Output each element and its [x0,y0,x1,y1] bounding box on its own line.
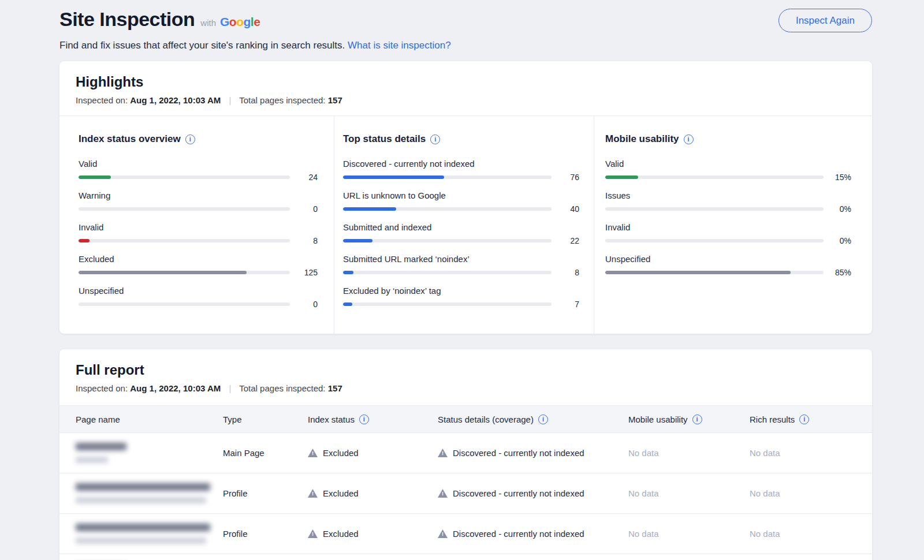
index-status-cell: !Excluded [308,488,438,498]
index-status-overview-column: Index status overview i Valid 24 Warning… [59,116,334,334]
status-details-text: Discovered - currently not indexed [453,488,584,498]
inspected-on-label: Inspected on: [76,383,128,393]
index-status-cell: !Excluded [308,529,438,539]
redacted-title [76,443,126,450]
google-letter: o [236,15,243,28]
progress-track [79,207,290,211]
table-row[interactable]: Profile !Excluded !Discovered - currentl… [59,473,872,514]
metric-value: 40 [552,204,579,214]
metric-value: 125 [290,268,318,277]
index-status-text: Excluded [323,488,359,498]
progress-track [343,176,552,179]
metric-label: Invalid [605,222,851,232]
column-header-label: Mobile usability [628,415,688,424]
column-title: Top status details [343,133,426,145]
metric-value: 0% [824,236,851,245]
total-pages-label: Total pages inspected: [239,95,325,105]
progress-fill [343,239,372,242]
metric-value: 76 [552,173,579,182]
info-icon[interactable]: i [538,415,548,424]
subtitle-text: Find and fix issues that affect your sit… [59,40,345,51]
metric-excluded-noindex-tag: Excluded by ‘noindex’ tag 7 [343,286,579,309]
status-details-text: Discovered - currently not indexed [453,448,584,458]
warning-icon: ! [438,449,448,457]
progress-fill [79,176,111,179]
info-icon[interactable]: i [684,135,694,144]
table-row[interactable]: Profile !Excluded !Discovered - currentl… [59,514,872,554]
metric-invalid: Invalid 8 [79,222,318,245]
full-report-header: Full report Inspected on: Aug 1, 2022, 1… [59,349,872,405]
metric-label: Issues [605,191,851,200]
highlights-title: Highlights [76,74,856,90]
metric-submitted-indexed: Submitted and indexed 22 [343,222,579,245]
progress-fill [605,176,638,179]
metric-label: Discovered - currently not indexed [343,159,579,169]
column-header-type: Type [223,415,308,424]
meta-separator: | [229,383,231,393]
metric-value: 0% [824,204,851,214]
metric-label: Valid [605,159,851,169]
info-icon[interactable]: i [799,415,809,424]
metric-value: 0 [290,204,318,214]
metric-value: 24 [290,173,318,182]
full-report-title: Full report [76,362,856,378]
progress-track [605,239,824,242]
info-icon[interactable]: i [185,135,195,144]
page-name-redacted [76,483,223,503]
status-details-cell: !Discovered - currently not indexed [438,488,628,498]
total-pages-value: 157 [328,95,342,105]
metric-mobile-invalid: Invalid 0% [605,222,851,245]
metric-label: Invalid [79,222,318,232]
google-letter: o [229,15,236,28]
inspected-on-value: Aug 1, 2022, 10:03 AM [130,383,221,393]
inspect-again-button[interactable]: Inspect Again [778,9,872,32]
rich-results-cell: No data [750,448,872,458]
metric-submitted-noindex: Submitted URL marked ‘noindex’ 8 [343,254,579,277]
info-icon[interactable]: i [430,135,440,144]
metric-mobile-issues: Issues 0% [605,191,851,214]
info-icon[interactable]: i [359,415,369,424]
progress-track [605,207,824,211]
highlights-meta: Inspected on: Aug 1, 2022, 10:03 AM | To… [76,95,856,105]
progress-track [343,271,552,274]
status-details-text: Discovered - currently not indexed [453,529,584,539]
column-title: Mobile usability [605,133,679,145]
redacted-url [76,457,108,463]
metric-label: Unspecified [605,254,851,264]
metric-label: Warning [79,191,318,200]
inspected-on-value: Aug 1, 2022, 10:03 AM [130,95,221,105]
metric-label: URL is unknown to Google [343,191,579,200]
metric-value: 0 [290,300,318,309]
column-header-page-name: Page name [76,415,223,424]
metric-value: 8 [290,236,318,245]
redacted-title [76,483,210,491]
metric-label: Submitted and indexed [343,222,579,232]
with-label: with [200,18,216,28]
column-header-label: Status details (coverage) [438,415,534,424]
progress-fill [343,303,352,306]
mobile-usability-cell: No data [628,488,750,498]
progress-track [605,176,824,179]
column-title-row: Top status details i [343,133,579,145]
what-is-site-inspection-link[interactable]: What is site inspection? [348,40,451,51]
metric-label: Unspecified [79,286,318,296]
table-row[interactable]: Main Page !Excluded !Discovered - curren… [59,433,872,473]
warning-icon: ! [308,529,318,538]
progress-fill [605,271,791,274]
progress-fill [79,239,90,242]
google-letter: G [220,15,229,28]
metric-label: Excluded [79,254,318,264]
page-name-redacted [76,524,223,544]
column-title-row: Index status overview i [79,133,318,145]
column-title: Index status overview [79,133,181,145]
metric-label: Submitted URL marked ‘noindex’ [343,254,579,264]
status-details-cell: !Discovered - currently not indexed [438,529,628,539]
column-header-label: Index status [308,415,355,424]
google-logo: Google [220,15,260,29]
column-header-index-status: Index statusi [308,415,438,424]
info-icon[interactable]: i [692,415,702,424]
rich-results-cell: No data [750,488,872,498]
metric-warning: Warning 0 [79,191,318,214]
table-row[interactable]: Product !Invalid !Submitted, marked ‘noi… [59,554,872,560]
column-header-label: Type [223,415,242,424]
